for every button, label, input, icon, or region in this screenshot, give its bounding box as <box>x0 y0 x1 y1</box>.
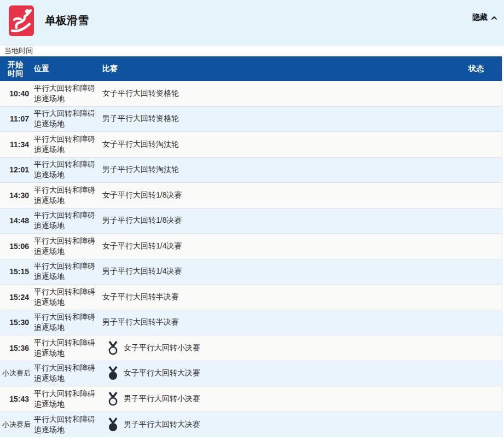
location-cell: 平行大回转和障碍追逐场地 <box>31 210 101 231</box>
column-header-location: 位置 <box>31 64 101 74</box>
column-header-event: 比赛 <box>101 64 468 74</box>
event-cell: 女子平行大回转资格轮 <box>101 89 468 99</box>
column-header-status: 状态 <box>468 64 502 74</box>
start-time-cell: 15:30 <box>0 318 31 327</box>
start-time-cell: 15:43 <box>0 395 31 403</box>
event-name: 女子平行大回转半决赛 <box>102 292 179 302</box>
event-cell: 男子平行大回转半决赛 <box>101 317 468 327</box>
table-row: 小决赛后 平行大回转和障碍追逐场地 女子平行大回转大决赛 <box>0 361 502 387</box>
chevron-up-icon <box>491 16 497 20</box>
table-body: 10:40 平行大回转和障碍追逐场地 女子平行大回转资格轮 11:07 平行大回… <box>0 81 502 437</box>
location-line: 追逐场地 <box>34 373 101 384</box>
event-name: 男子平行大回转1/8决赛 <box>102 216 182 225</box>
event-name: 男子平行大回转半决赛 <box>102 317 179 327</box>
hide-button-label: 隐藏 <box>472 13 488 22</box>
medal-filled-icon <box>107 366 119 380</box>
table-row: 15:15 平行大回转和障碍追逐场地 男子平行大回转1/4决赛 <box>0 259 502 285</box>
location-cell: 平行大回转和障碍追逐场地 <box>31 236 101 257</box>
event-name: 女子平行大回转资格轮 <box>102 89 179 99</box>
location-line: 追逐场地 <box>34 144 101 155</box>
table-row: 15:06 平行大回转和障碍追逐场地 女子平行大回转1/4决赛 <box>0 234 502 259</box>
location-cell: 平行大回转和障碍追逐场地 <box>31 134 101 155</box>
start-time-cell: 11:34 <box>0 140 31 149</box>
event-cell: 男子平行大回转小决赛 <box>101 392 468 406</box>
location-line: 平行大回转和障碍 <box>34 83 101 94</box>
location-line: 平行大回转和障碍 <box>34 236 101 246</box>
table-row: 10:40 平行大回转和障碍追逐场地 女子平行大回转资格轮 <box>0 81 502 107</box>
location-line: 平行大回转和障碍 <box>34 159 101 170</box>
event-name: 女子平行大回转小决赛 <box>124 343 200 353</box>
event-name: 男子平行大回转资格轮 <box>102 114 179 124</box>
start-time-cell: 11:07 <box>0 114 31 123</box>
table-row: 15:36 平行大回转和障碍追逐场地 女子平行大回转小决赛 <box>0 335 502 361</box>
column-header-start-time: 开始 时间 <box>0 60 31 78</box>
location-line: 追逐场地 <box>34 297 101 308</box>
sport-banner: 单板滑雪 隐藏 <box>0 0 504 46</box>
event-cell: 女子平行大回转1/8决赛 <box>101 190 468 200</box>
location-line: 追逐场地 <box>34 322 101 333</box>
location-line: 追逐场地 <box>34 221 101 231</box>
location-line: 追逐场地 <box>34 94 101 104</box>
location-cell: 平行大回转和障碍追逐场地 <box>31 108 101 129</box>
event-name: 男子平行大回转小决赛 <box>124 394 200 404</box>
event-cell: 女子平行大回转淘汰轮 <box>101 140 468 149</box>
start-time-cell: 小决赛后 <box>0 368 31 378</box>
location-cell: 平行大回转和障碍追逐场地 <box>31 338 101 358</box>
table-row: 15:43 平行大回转和障碍追逐场地 男子平行大回转小决赛 <box>0 386 502 412</box>
event-cell: 男子平行大回转淘汰轮 <box>101 165 468 175</box>
snowboard-pictogram-icon <box>9 5 34 36</box>
event-name: 女子平行大回转淘汰轮 <box>102 140 179 149</box>
start-time-cell: 12:01 <box>0 165 31 174</box>
event-cell: 女子平行大回转1/4决赛 <box>101 241 468 251</box>
event-cell: 男子平行大回转1/4决赛 <box>101 267 468 276</box>
local-time-label: 当地时间 <box>4 47 33 55</box>
location-line: 平行大回转和障碍 <box>34 363 101 373</box>
location-line: 追逐场地 <box>34 246 101 257</box>
event-name: 男子平行大回转大决赛 <box>124 420 200 430</box>
location-cell: 平行大回转和障碍追逐场地 <box>31 83 101 104</box>
location-line: 追逐场地 <box>34 119 101 129</box>
start-time-cell: 15:24 <box>0 293 31 302</box>
event-cell: 女子平行大回转小决赛 <box>101 341 468 355</box>
table-row: 15:30 平行大回转和障碍追逐场地 男子平行大回转半决赛 <box>0 310 502 336</box>
location-line: 追逐场地 <box>34 195 101 206</box>
schedule-table: 开始 时间 位置 比赛 状态 10:40 平行大回转和障碍追逐场地 女子平行大回… <box>0 56 502 437</box>
start-time-cell: 小决赛后 <box>0 420 31 430</box>
event-name: 男子平行大回转1/4决赛 <box>102 267 182 276</box>
location-line: 平行大回转和障碍 <box>34 261 101 271</box>
event-name: 女子平行大回转1/4决赛 <box>102 241 182 251</box>
table-header-row: 开始 时间 位置 比赛 状态 <box>0 56 502 81</box>
page-title: 单板滑雪 <box>45 13 89 27</box>
event-cell: 男子平行大回转1/8决赛 <box>101 216 468 225</box>
location-line: 平行大回转和障碍 <box>34 389 101 399</box>
location-cell: 平行大回转和障碍追逐场地 <box>31 363 101 384</box>
location-cell: 平行大回转和障碍追逐场地 <box>31 287 101 308</box>
location-line: 平行大回转和障碍 <box>34 338 101 348</box>
event-cell: 男子平行大回转资格轮 <box>101 114 468 124</box>
location-cell: 平行大回转和障碍追逐场地 <box>31 389 101 409</box>
location-line: 追逐场地 <box>34 348 101 358</box>
start-time-cell: 15:36 <box>0 344 31 352</box>
location-line: 平行大回转和障碍 <box>34 414 101 425</box>
hide-button[interactable]: 隐藏 <box>470 11 500 24</box>
location-line: 平行大回转和障碍 <box>34 210 101 221</box>
table-row: 小决赛后 平行大回转和障碍追逐场地 男子平行大回转大决赛 <box>0 412 502 438</box>
location-cell: 平行大回转和障碍追逐场地 <box>31 159 101 180</box>
medal-filled-icon <box>107 418 119 432</box>
event-name: 女子平行大回转1/8决赛 <box>102 190 182 200</box>
location-cell: 平行大回转和障碍追逐场地 <box>31 261 101 282</box>
medal-outline-icon <box>107 341 119 355</box>
location-line: 平行大回转和障碍 <box>34 108 101 119</box>
start-time-cell: 10:40 <box>0 89 31 98</box>
table-row: 11:34 平行大回转和障碍追逐场地 女子平行大回转淘汰轮 <box>0 132 502 158</box>
event-cell: 女子平行大回转大决赛 <box>101 366 468 380</box>
location-line: 平行大回转和障碍 <box>34 287 101 297</box>
start-time-cell: 14:30 <box>0 191 31 200</box>
table-row: 14:30 平行大回转和障碍追逐场地 女子平行大回转1/8决赛 <box>0 183 502 209</box>
location-line: 追逐场地 <box>34 399 101 409</box>
table-row: 11:07 平行大回转和障碍追逐场地 男子平行大回转资格轮 <box>0 107 502 132</box>
event-cell: 女子平行大回转半决赛 <box>101 292 468 302</box>
table-row: 12:01 平行大回转和障碍追逐场地 男子平行大回转淘汰轮 <box>0 158 502 183</box>
table-row: 15:24 平行大回转和障碍追逐场地 女子平行大回转半决赛 <box>0 285 502 310</box>
start-time-cell: 15:06 <box>0 242 31 251</box>
